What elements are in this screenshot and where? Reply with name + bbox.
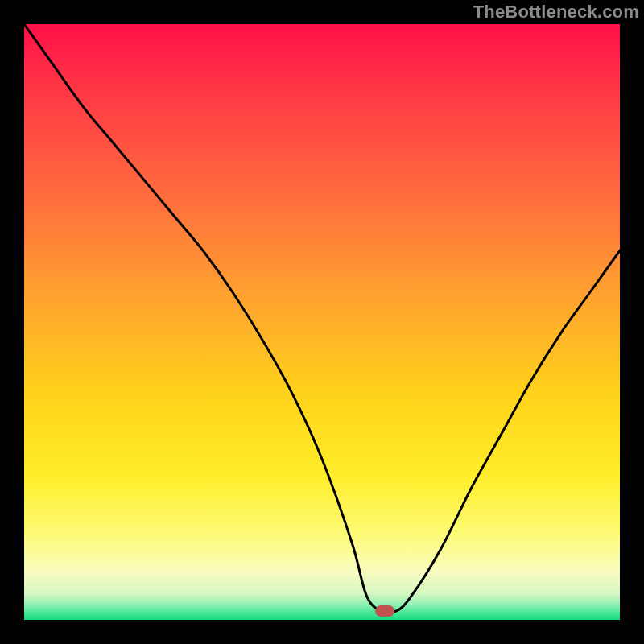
chart-frame: TheBottleneck.com bbox=[0, 0, 644, 644]
optimal-marker bbox=[375, 605, 394, 617]
svg-rect-0 bbox=[24, 24, 620, 620]
gradient-background bbox=[24, 24, 620, 620]
plot-area bbox=[24, 24, 620, 620]
watermark-text: TheBottleneck.com bbox=[473, 2, 639, 23]
